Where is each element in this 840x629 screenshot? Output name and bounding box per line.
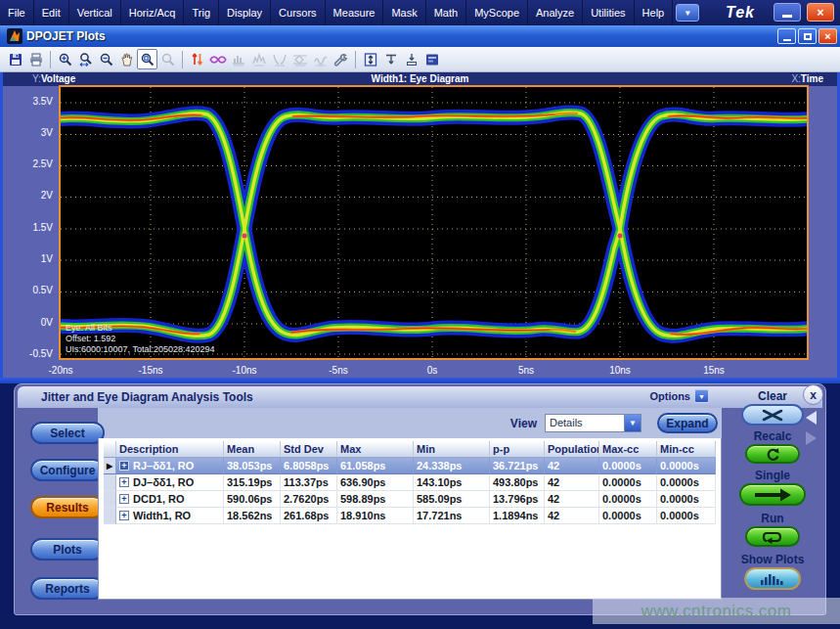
x-tick: 15ns	[686, 365, 741, 377]
menu-help[interactable]: Help	[635, 0, 674, 25]
cell-mean: 18.562ns	[224, 508, 281, 524]
ref-level-top-icon[interactable]	[380, 49, 401, 69]
cell-max-cc: 0.0000s	[599, 508, 657, 524]
col-max-cc[interactable]: Max-cc	[599, 441, 657, 458]
zoom-area-icon[interactable]	[75, 49, 96, 69]
menu-math[interactable]: Math	[426, 0, 466, 25]
cell-description[interactable]: +DCD1, RO	[116, 491, 224, 508]
menu-measure[interactable]: Measure	[326, 0, 384, 25]
expand-row-icon[interactable]: +	[119, 461, 129, 471]
col-max[interactable]: Max	[337, 441, 414, 458]
options-label: Options	[649, 390, 690, 402]
print-icon[interactable]	[25, 49, 46, 69]
reports-button[interactable]: Reports	[30, 577, 105, 600]
menu-horiz-acq[interactable]: Horiz/Acq	[121, 0, 185, 25]
recalc-button[interactable]	[745, 444, 800, 464]
dpojet-plots-window: DPOJET Plots ×	[0, 25, 840, 383]
menu-edit[interactable]: Edit	[34, 0, 69, 25]
menu-file[interactable]: File	[0, 0, 34, 25]
show-plots-button[interactable]	[744, 567, 801, 590]
ref-level-bottom-icon[interactable]	[401, 49, 421, 69]
expand-button[interactable]: Expand	[657, 413, 718, 433]
single-button[interactable]	[739, 483, 806, 506]
chevron-down-icon[interactable]: ▼	[625, 414, 641, 432]
recalc-icon	[765, 447, 780, 462]
cell-description[interactable]: +Width1, RO	[116, 508, 224, 524]
col-description[interactable]: Description	[116, 441, 224, 458]
run-button[interactable]	[745, 526, 800, 547]
col-p-p[interactable]: p-p	[490, 441, 545, 458]
x-tick: 0s	[405, 365, 460, 377]
results-button[interactable]: Results	[30, 496, 105, 518]
expand-row-icon[interactable]: +	[119, 477, 129, 487]
vertical-cursors-icon[interactable]	[187, 49, 207, 69]
toolbar-separator	[182, 51, 183, 68]
cell-std-dev: 2.7620ps	[281, 491, 337, 508]
cell-description[interactable]: +DJ–δδ1, RO	[116, 474, 224, 491]
scope-minimize-button[interactable]	[774, 3, 801, 22]
cell-min-cc: 0.0000s	[657, 474, 716, 491]
clear-button[interactable]	[741, 404, 804, 426]
table-row[interactable]: +Width1, RO 18.562ns 261.68ps 18.910ns 1…	[104, 508, 716, 524]
configure-button[interactable]: Configure	[30, 459, 105, 481]
view-select-value[interactable]: Details	[545, 414, 625, 432]
cell-description[interactable]: +RJ–δδ1, RO	[116, 458, 224, 474]
menu-vertical[interactable]: Vertical	[69, 0, 121, 25]
run-loop-icon	[762, 530, 783, 544]
col-min-cc[interactable]: Min-cc	[657, 441, 716, 458]
table-row[interactable]: ▶ +RJ–δδ1, RO 38.053ps 6.8058ps 61.058ps…	[104, 458, 716, 474]
run-label: Run	[761, 512, 783, 525]
view-select[interactable]: Details ▼	[545, 414, 641, 432]
plot-maximize-button[interactable]	[798, 28, 817, 44]
zoom-100-icon[interactable]	[137, 49, 157, 69]
plot-minimize-button[interactable]	[777, 28, 796, 44]
cell-max: 636.90ps	[337, 474, 414, 491]
menu-overflow-dropdown-icon[interactable]: ▼	[676, 4, 699, 22]
watermark: www.cntronics.com	[593, 598, 840, 624]
col-min[interactable]: Min	[414, 441, 490, 458]
table-row[interactable]: +DJ–δδ1, RO 315.19ps 113.37ps 636.90ps 1…	[104, 474, 716, 491]
eye-trace-mid	[61, 112, 807, 336]
menu-myscope[interactable]: MyScope	[466, 0, 528, 25]
window-title: DPOJET Plots	[26, 29, 775, 43]
select-button[interactable]: Select	[30, 422, 105, 444]
x-tick: 10ns	[593, 365, 647, 377]
col-mean[interactable]: Mean	[224, 441, 281, 458]
results-table: Description Mean Std Dev Max Min p-p Pop…	[104, 441, 716, 524]
menu-display[interactable]: Display	[219, 0, 271, 25]
tip-icon[interactable]	[421, 49, 442, 69]
y-tick: 1V	[14, 253, 53, 265]
scope-close-button[interactable]: ×	[807, 3, 834, 22]
plot-close-button[interactable]: ×	[818, 28, 837, 44]
wrench-icon[interactable]	[331, 49, 351, 69]
options-dropdown-icon[interactable]: ▼	[694, 389, 709, 403]
zoom-out-icon[interactable]	[96, 49, 116, 69]
clear-label: Clear	[758, 389, 787, 403]
plot-toolbar	[0, 47, 840, 72]
pan-hand-icon[interactable]	[116, 49, 137, 69]
panel-close-button[interactable]: x	[803, 384, 823, 405]
col-population[interactable]: Population	[545, 441, 599, 458]
menu-cursors[interactable]: Cursors	[271, 0, 326, 25]
menu-mask[interactable]: Mask	[383, 0, 425, 25]
menu-trig[interactable]: Trig	[184, 0, 219, 25]
menu-analyze[interactable]: Analyze	[528, 0, 583, 25]
dpojet-title-bar[interactable]: DPOJET Plots ×	[0, 25, 840, 47]
close-icon: ×	[817, 6, 823, 20]
cell-max-cc: 0.0000s	[599, 474, 657, 491]
save-icon[interactable]	[5, 49, 25, 69]
expand-row-icon[interactable]: +	[119, 511, 129, 520]
eye-diagram-plot[interactable]: Eye: All Bits Offset: 1.592 UIs:6000:100…	[59, 85, 809, 360]
plots-button[interactable]: Plots	[30, 538, 105, 561]
zoom-in-icon[interactable]	[55, 49, 75, 69]
panel-next-arrow-icon[interactable]	[806, 431, 817, 445]
eye-plot-icon[interactable]	[207, 49, 228, 69]
col-std-dev[interactable]: Std Dev	[281, 441, 337, 458]
panel-prev-arrow-icon[interactable]	[806, 411, 817, 425]
cell-population: 42	[545, 491, 599, 508]
menu-utilities[interactable]: Utilities	[583, 0, 634, 25]
fit-vertical-icon[interactable]	[360, 49, 380, 69]
table-row[interactable]: +DCD1, RO 590.06ps 2.7620ps 598.89ps 585…	[104, 491, 716, 508]
y-tick: 2V	[14, 190, 53, 202]
expand-row-icon[interactable]: +	[119, 494, 129, 504]
